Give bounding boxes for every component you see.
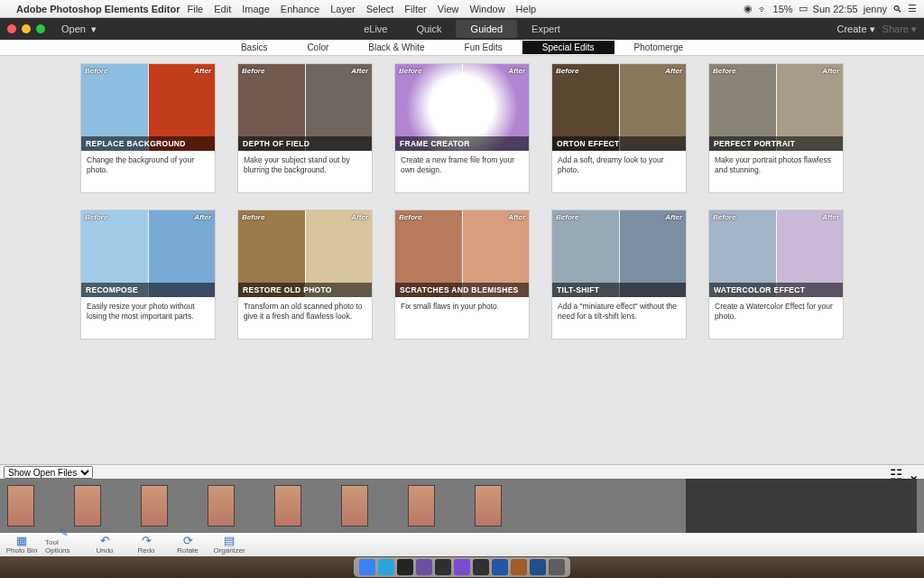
share-button[interactable]: Share ▾ [882,23,917,35]
dock-app-icon[interactable] [549,559,565,575]
card-frame-creator[interactable]: BeforeAfterFRAME CREATORCreate a new fra… [394,63,530,193]
card-watercolor-effect[interactable]: BeforeAfterWATERCOLOR EFFECTCreate a Wat… [708,210,844,340]
dock-app-icon[interactable] [454,559,470,575]
dock-app-icon[interactable] [511,559,527,575]
tool-organizer[interactable]: ▤Organizer [211,534,247,555]
card-orton-effect[interactable]: BeforeAfterORTON EFFECTAdd a soft, dream… [551,63,687,193]
desktop-background [0,556,924,578]
tool-rotate[interactable]: ⟳Rotate [170,534,206,555]
close-icon[interactable] [7,24,16,33]
menu-image[interactable]: Image [242,4,270,14]
mode-tab-expert[interactable]: Expert [517,20,575,38]
user-name[interactable]: jenny [864,4,887,14]
undo-icon: ↶ [97,534,113,546]
window-controls[interactable] [7,24,45,33]
open-file-thumb[interactable] [74,485,101,527]
collapse-icon[interactable]: ⌄ [908,466,920,479]
card-description: Change the background of your photo. [81,151,215,192]
after-label: After [508,213,525,221]
app-name[interactable]: Adobe Photoshop Elements Editor [16,4,180,14]
mode-tab-guided[interactable]: Guided [457,20,517,38]
card-description: Create a new frame file from your own de… [395,151,529,192]
menu-select[interactable]: Select [366,4,394,14]
open-file-thumb[interactable] [408,485,435,527]
card-recompose[interactable]: BeforeAfterRECOMPOSEEasily resize your p… [80,210,216,340]
photo-bin [0,479,924,533]
tool-undo[interactable]: ↶Undo [87,534,123,555]
open-file-thumb[interactable] [341,485,368,527]
menu-edit[interactable]: Edit [214,4,231,14]
before-label: Before [242,67,264,75]
card-tilt-shift[interactable]: BeforeAfterTILT-SHIFTAdd a "miniature ef… [551,210,687,340]
card-description: Add a "miniature effect" without the nee… [552,297,686,339]
mode-tabs: eLiveQuickGuidedExpert [349,20,575,38]
grid-view-icon[interactable]: ☷ [890,466,902,479]
subtab-black-white[interactable]: Black & White [348,41,444,54]
before-label: Before [556,67,578,75]
tool-tool-options[interactable]: ✎Tool Options [45,526,81,555]
card-perfect-portrait[interactable]: BeforeAfterPERFECT PORTRAITMake your por… [708,63,844,193]
tool-photo-bin[interactable]: ▦Photo Bin [4,534,40,555]
subtab-color[interactable]: Color [287,41,348,54]
card-title: REPLACE BACKGROUND [81,136,215,151]
create-button[interactable]: Create ▾ [836,23,874,35]
before-label: Before [85,213,107,221]
mode-tab-quick[interactable]: Quick [402,20,456,38]
dock-app-icon[interactable] [492,559,508,575]
spotlight-icon[interactable]: 🔍︎ [892,4,902,14]
menu-enhance[interactable]: Enhance [281,4,319,14]
bottom-toolbar: ▦Photo Bin✎Tool Options↶Undo↷Redo⟳Rotate… [0,533,924,556]
redo-icon: ↷ [138,534,154,546]
zoom-icon[interactable] [36,24,45,33]
card-scratches-and-blemishes[interactable]: BeforeAfterSCRATCHES AND BLEMISHESFix sm… [394,210,530,340]
menu-icon[interactable]: ☰ [908,3,917,14]
eye-icon: ◉ [744,3,753,14]
rotate-icon: ⟳ [180,534,196,546]
menu-view[interactable]: View [438,4,459,14]
dock-app-icon[interactable] [397,559,413,575]
card-title: RESTORE OLD PHOTO [238,283,372,297]
minimize-icon[interactable] [22,24,31,33]
card-title: RECOMPOSE [81,283,215,297]
mode-tab-elive[interactable]: eLive [349,20,402,38]
card-restore-old-photo[interactable]: BeforeAfterRESTORE OLD PHOTOTransform an… [237,210,373,340]
menu-window[interactable]: Window [469,4,504,14]
photo-bin-icon: ▦ [14,534,30,546]
macos-dock[interactable] [354,557,570,577]
dock-app-icon[interactable] [473,559,489,575]
card-thumb: BeforeAfterSCRATCHES AND BLEMISHES [395,210,529,297]
card-replace-background[interactable]: BeforeAfterREPLACE BACKGROUNDChange the … [80,63,216,193]
card-depth-of-field[interactable]: BeforeAfterDEPTH OF FIELDMake your subje… [237,63,373,193]
card-description: Add a soft, dreamy look to your photo. [552,151,686,192]
dock-app-icon[interactable] [378,559,394,575]
subtab-fun-edits[interactable]: Fun Edits [445,41,522,54]
open-file-thumb[interactable] [475,485,502,527]
card-title: SCRATCHES AND BLEMISHES [395,283,529,297]
dock-app-icon[interactable] [435,559,451,575]
open-file-thumb[interactable] [274,485,301,527]
menu-help[interactable]: Help [516,4,537,14]
before-label: Before [85,67,107,75]
card-thumb: BeforeAfterFRAME CREATOR [395,64,529,151]
open-file-thumb[interactable] [7,485,34,527]
before-label: Before [713,67,735,75]
card-description: Easily resize your photo without losing … [81,297,215,339]
show-open-files-select[interactable]: Show Open Files [4,466,93,479]
before-label: Before [242,213,264,221]
menu-filter[interactable]: Filter [404,4,426,14]
card-title: FRAME CREATOR [395,136,529,151]
subtab-special-edits[interactable]: Special Edits [522,41,614,54]
menu-layer[interactable]: Layer [330,4,356,14]
open-button[interactable]: Open ▾ [54,22,104,37]
before-label: Before [713,213,735,221]
dock-app-icon[interactable] [359,559,375,575]
subtab-basics[interactable]: Basics [221,41,287,54]
open-file-thumb[interactable] [141,485,168,527]
subtab-photomerge[interactable]: Photomerge [614,41,703,54]
dock-app-icon[interactable] [416,559,432,575]
open-file-thumb[interactable] [208,485,235,527]
after-label: After [351,67,368,75]
menu-file[interactable]: File [188,4,204,14]
dock-app-icon[interactable] [530,559,546,575]
tool-redo[interactable]: ↷Redo [128,534,164,555]
